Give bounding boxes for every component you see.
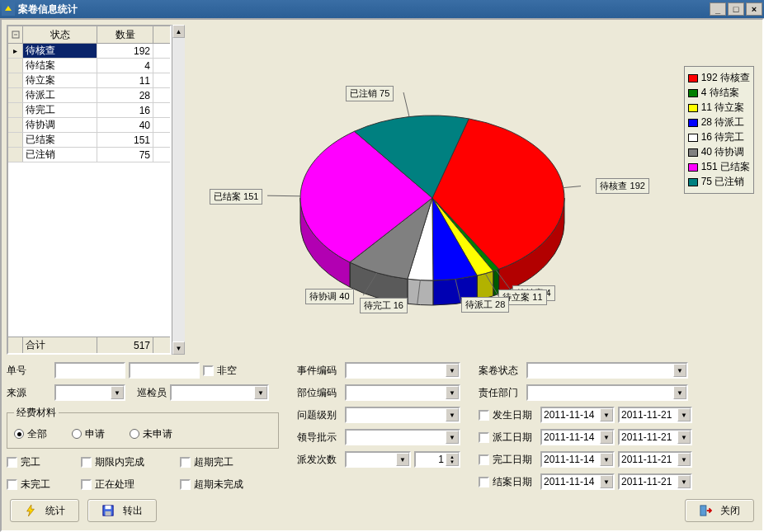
danhao-from-input[interactable] [54, 362, 125, 379]
chevron-down-icon[interactable]: ▼ [254, 386, 267, 399]
save-icon [101, 505, 115, 516]
spinner-icon[interactable]: ▲▼ [446, 453, 459, 466]
chevron-down-icon[interactable]: ▼ [600, 475, 613, 488]
chevron-down-icon[interactable]: ▼ [446, 364, 459, 377]
label-laiyuan: 来源 [7, 386, 51, 400]
cb-zhengzai[interactable] [81, 479, 92, 490]
radio-weishenqing[interactable] [130, 429, 139, 439]
cell-count: 16 [97, 103, 153, 117]
wangong-to[interactable]: 2011-11-21▼ [618, 451, 692, 468]
table-row[interactable]: 已结案151 [8, 133, 170, 148]
cb-wangong[interactable] [7, 457, 17, 468]
zhuanchu-button[interactable]: 转出 [87, 499, 157, 522]
chevron-down-icon[interactable]: ▼ [673, 364, 686, 377]
anjuan-combo[interactable]: ▼ [526, 362, 688, 379]
cell-count: 75 [97, 148, 153, 162]
shijian-combo[interactable]: ▼ [345, 362, 460, 379]
maximize-button[interactable]: □ [728, 2, 744, 16]
table-row[interactable]: 待立案11 [8, 73, 170, 88]
grid-body: ▸待核查192待结案4待立案11待派工28待完工16待协调40已结案151已注销… [8, 44, 170, 337]
table-row[interactable]: 待完工16 [8, 103, 170, 118]
scroll-up-icon[interactable]: ▲ [172, 25, 185, 38]
label-danhao: 单号 [7, 364, 51, 378]
status-grid[interactable]: 状态 数量 ▸待核查192待结案4待立案11待派工28待完工16待协调40已结案… [7, 25, 172, 355]
cell-status: 已结案 [23, 133, 97, 147]
chevron-down-icon[interactable]: ▼ [446, 386, 459, 399]
label-xunjianyuan: 巡检员 [129, 386, 167, 400]
chevron-down-icon[interactable]: ▼ [677, 453, 691, 466]
close-button[interactable]: × [746, 2, 762, 16]
svg-line-3 [564, 185, 581, 188]
cb-chaoqi-wg[interactable] [180, 457, 191, 468]
chevron-down-icon[interactable]: ▼ [673, 386, 686, 399]
radio-quanbu[interactable] [14, 429, 24, 439]
svg-rect-13 [106, 511, 111, 516]
radio-shenqing[interactable] [72, 429, 82, 439]
grid-corner[interactable] [8, 26, 23, 43]
chevron-down-icon[interactable]: ▼ [446, 431, 459, 444]
xunjianyuan-combo[interactable]: ▼ [170, 384, 269, 401]
chevron-down-icon[interactable]: ▼ [600, 453, 613, 466]
table-row[interactable]: 待结案4 [8, 59, 170, 73]
paifa-op-combo[interactable]: ▼ [345, 451, 411, 468]
col-status[interactable]: 状态 [23, 26, 97, 43]
cb-weiwangong[interactable] [7, 479, 17, 490]
paigong-to[interactable]: 2011-11-21▼ [618, 429, 692, 445]
wenti-combo[interactable]: ▼ [345, 407, 460, 423]
window-title: 案卷信息统计 [18, 2, 708, 16]
col-count[interactable]: 数量 [97, 26, 153, 43]
chevron-down-icon[interactable]: ▼ [600, 431, 613, 444]
cell-status: 待核查 [23, 44, 97, 58]
guanbi-button[interactable]: 关闭 [685, 499, 754, 522]
scroll-down-icon[interactable]: ▼ [172, 341, 185, 355]
cb-paigong[interactable] [479, 432, 489, 443]
client-area: 状态 数量 ▸待核查192待结案4待立案11待派工28待完工16待协调40已结案… [0, 18, 764, 532]
cb-jiean[interactable] [479, 477, 489, 487]
chevron-down-icon[interactable]: ▼ [446, 408, 459, 421]
zeren-combo[interactable]: ▼ [526, 384, 688, 401]
table-row[interactable]: 待协调40 [8, 118, 170, 133]
laiyuan-combo[interactable]: ▼ [54, 384, 125, 401]
legend-item: 28 待派工 [688, 115, 750, 129]
table-row[interactable]: 已注销75 [8, 148, 170, 162]
jiean-from[interactable]: 2011-11-14▼ [540, 473, 615, 490]
label-feikong: 非空 [217, 364, 237, 378]
cell-status: 待立案 [23, 73, 97, 87]
lightning-icon [24, 505, 37, 516]
app-icon [2, 2, 15, 16]
cb-fasheng[interactable] [479, 410, 489, 421]
cb-qixiannei[interactable] [81, 457, 92, 468]
legend-item: 40 待协调 [688, 145, 750, 159]
buwei-combo[interactable]: ▼ [345, 384, 460, 401]
fasheng-to[interactable]: 2011-11-21▼ [618, 407, 692, 423]
title-bar: 案卷信息统计 _ □ × [0, 0, 764, 18]
legend-item: 11 待立案 [688, 101, 750, 115]
svg-line-10 [403, 92, 409, 117]
tongji-button[interactable]: 统计 [10, 499, 79, 522]
chevron-down-icon[interactable]: ▼ [396, 453, 409, 466]
table-row[interactable]: ▸待核查192 [8, 44, 170, 59]
cell-count: 4 [97, 59, 153, 73]
paifa-spin[interactable]: 1▲▼ [414, 451, 460, 468]
chevron-down-icon[interactable]: ▼ [677, 408, 691, 421]
grid-scrollbar[interactable]: ▲ ▼ [172, 25, 185, 355]
cb-chaoqi-wwc[interactable] [180, 479, 191, 490]
cb-wangong-rq[interactable] [479, 454, 489, 465]
svg-rect-12 [106, 506, 111, 509]
paigong-from[interactable]: 2011-11-14▼ [540, 429, 615, 445]
danhao-to-input[interactable] [129, 362, 200, 379]
feikong-checkbox[interactable] [203, 365, 214, 376]
table-row[interactable]: 待派工28 [8, 88, 170, 103]
lingdao-combo[interactable]: ▼ [345, 429, 460, 445]
chevron-down-icon[interactable]: ▼ [111, 386, 124, 399]
chevron-down-icon[interactable]: ▼ [677, 431, 691, 444]
button-bar: 统计 转出 关闭 [10, 499, 754, 522]
fasheng-from[interactable]: 2011-11-14▼ [540, 407, 615, 423]
chevron-down-icon[interactable]: ▼ [677, 475, 691, 488]
jiean-to[interactable]: 2011-11-21▼ [618, 473, 692, 490]
minimize-button[interactable]: _ [710, 2, 726, 16]
grid-footer: 合计 517 [8, 337, 170, 353]
cell-status: 待完工 [23, 103, 97, 117]
wangong-from[interactable]: 2011-11-14▼ [540, 451, 615, 468]
chevron-down-icon[interactable]: ▼ [600, 408, 613, 421]
